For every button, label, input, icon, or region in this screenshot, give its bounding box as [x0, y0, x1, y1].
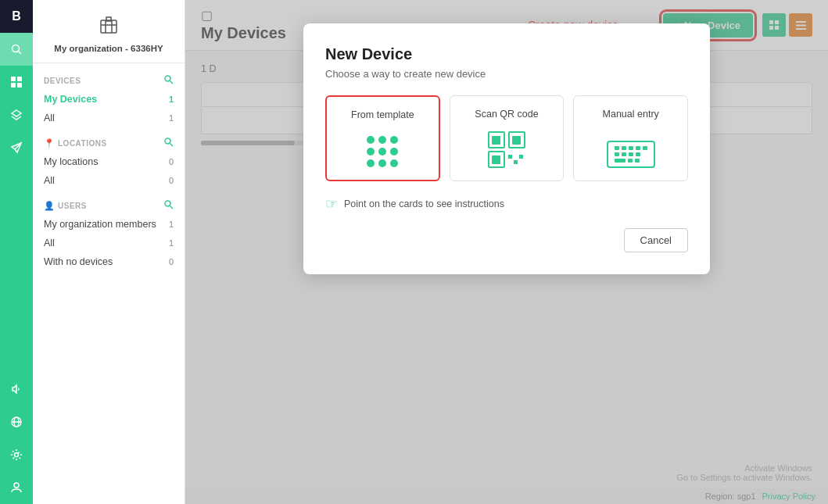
nav-item-all-locations[interactable]: All 0: [33, 171, 185, 190]
svg-point-21: [165, 138, 170, 144]
hand-icon: ☞: [325, 195, 338, 213]
svg-rect-4: [11, 83, 16, 88]
left-nav: My organization - 6336HY DEVICES My Devi…: [33, 0, 185, 504]
modal-footer: Cancel: [325, 228, 688, 252]
svg-point-23: [165, 201, 170, 206]
modal-card-manual[interactable]: Manual entry: [573, 95, 688, 181]
modal-card-template-label: From template: [351, 109, 414, 120]
sidebar-icon-search[interactable]: [0, 33, 33, 66]
modal-card-template[interactable]: From template: [325, 95, 440, 181]
sidebar-icon-send[interactable]: [0, 131, 33, 164]
org-icon: [98, 14, 120, 41]
svg-line-20: [170, 81, 174, 84]
nav-section-devices: DEVICES My Devices 1 All 1: [33, 70, 185, 127]
main-content: ▢ My Devices Create new device ----→ + N…: [185, 0, 828, 504]
svg-point-12: [15, 453, 19, 457]
nav-section-title-users: USERS: [58, 202, 87, 210]
qr-icon: [488, 131, 525, 168]
modal-title: New Device: [325, 45, 688, 63]
keyboard-icon: [607, 141, 655, 168]
modal-hint: ☞ Point on the cards to see instructions: [325, 195, 688, 213]
svg-rect-16: [106, 17, 111, 21]
nav-section-title-locations: LOCATIONS: [58, 139, 107, 148]
nav-section-search-devices[interactable]: [163, 74, 174, 87]
new-device-modal: New Device Choose a way to create new de…: [303, 23, 710, 274]
nav-item-no-devices[interactable]: With no devices 0: [33, 252, 185, 271]
sidebar-icon-layers[interactable]: [0, 98, 33, 131]
nav-section-header-users: 👤 USERS: [33, 195, 185, 215]
user-icon-nav: 👤: [44, 201, 55, 211]
svg-line-22: [170, 144, 174, 147]
sidebar-icon-bar: B: [0, 0, 33, 504]
nav-item-org-members[interactable]: My organization members 1: [33, 215, 185, 234]
modal-overlay: New Device Choose a way to create new de…: [185, 0, 828, 504]
svg-rect-14: [101, 20, 116, 33]
nav-item-all-devices[interactable]: All 1: [33, 109, 185, 127]
modal-card-qr[interactable]: Scan QR code: [450, 95, 565, 181]
svg-point-0: [13, 45, 20, 52]
sidebar-icon-grid[interactable]: [0, 66, 33, 98]
svg-marker-6: [12, 110, 21, 116]
nav-section-search-locations[interactable]: [163, 137, 174, 149]
nav-section-search-users[interactable]: [163, 199, 174, 212]
nav-section-header-devices: DEVICES: [33, 70, 185, 90]
nav-item-all-users[interactable]: All 1: [33, 234, 185, 252]
sidebar-icon-settings[interactable]: [0, 438, 33, 471]
sidebar-icon-user[interactable]: [0, 471, 33, 504]
modal-card-qr-label: Scan QR code: [475, 109, 538, 120]
nav-section-users: 👤 USERS My organization members 1 All 1 …: [33, 195, 185, 271]
svg-rect-5: [17, 83, 22, 88]
nav-item-my-locations[interactable]: My locations 0: [33, 152, 185, 171]
template-dots-icon: [367, 136, 398, 167]
nav-section-locations: 📍 LOCATIONS My locations 0 All 0: [33, 132, 185, 190]
nav-item-my-devices[interactable]: My Devices 1: [33, 90, 185, 109]
svg-line-1: [19, 52, 22, 55]
location-pin-icon: 📍: [44, 138, 55, 148]
org-name: My organization - 6336HY: [54, 44, 163, 53]
modal-card-manual-label: Manual entry: [603, 109, 659, 120]
modal-subtitle: Choose a way to create new device: [325, 68, 688, 80]
svg-rect-3: [17, 77, 22, 81]
sidebar-logo: B: [0, 0, 33, 33]
nav-section-header-locations: 📍 LOCATIONS: [33, 132, 185, 152]
modal-cards: From template Scan QR code: [325, 95, 688, 181]
sidebar-icon-globe[interactable]: [0, 406, 33, 438]
svg-point-19: [165, 76, 170, 81]
sidebar-icon-megaphone[interactable]: [0, 373, 33, 406]
svg-point-13: [14, 483, 19, 488]
cancel-button[interactable]: Cancel: [624, 228, 688, 252]
nav-section-title-devices: DEVICES: [44, 77, 81, 85]
org-header: My organization - 6336HY: [33, 8, 185, 63]
svg-rect-2: [11, 77, 16, 81]
svg-line-24: [170, 206, 174, 209]
